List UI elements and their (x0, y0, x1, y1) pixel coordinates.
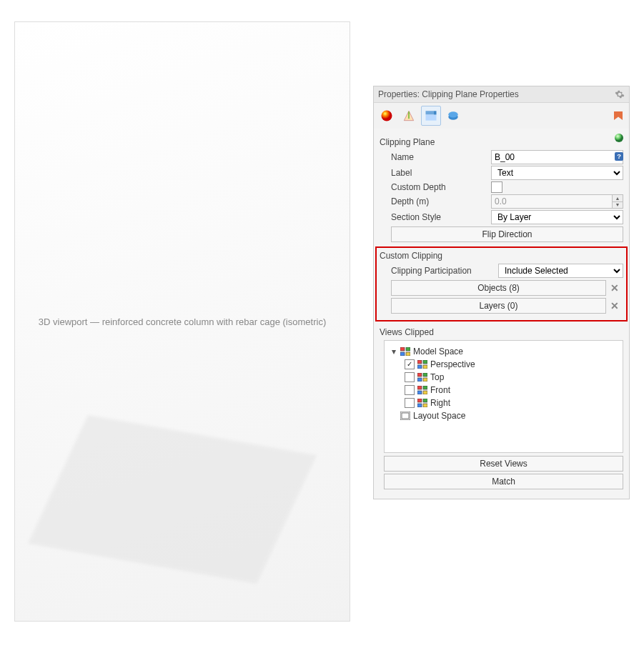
tab-clipping-plane-icon[interactable] (421, 106, 441, 126)
checkbox-custom-depth[interactable] (491, 181, 502, 193)
tree-row-front[interactable]: Front (387, 384, 620, 397)
svg-point-6 (615, 134, 623, 142)
viewport-icon (417, 360, 427, 369)
four-viewport-icon (400, 347, 410, 356)
svg-rect-26 (423, 399, 427, 402)
panel-body: Clipping Plane Name Label Text Custom De… (374, 129, 629, 499)
svg-rect-18 (423, 373, 427, 377)
svg-rect-1 (408, 111, 410, 119)
svg-rect-22 (423, 386, 427, 389)
row-clipping-participation: Clipping Participation Include Selected (380, 264, 623, 278)
tab-material-icon[interactable] (377, 106, 397, 126)
gear-icon[interactable] (615, 89, 625, 99)
label-depth: Depth (m) (391, 196, 491, 206)
layers-button[interactable]: Layers (0) (391, 298, 606, 314)
viewport: 3D viewport — reinforced concrete column… (0, 0, 372, 658)
row-custom-depth: Custom Depth (380, 181, 623, 193)
tree-label-perspective: Perspective (430, 359, 475, 369)
svg-rect-19 (417, 378, 422, 382)
svg-rect-23 (417, 391, 422, 394)
tree-row-model-space[interactable]: ▾ Model Space (387, 345, 620, 358)
select-label[interactable]: Text (491, 166, 623, 180)
custom-clipping-highlight: Custom Clipping Clipping Participation I… (375, 246, 628, 321)
row-label: Label Text (380, 166, 623, 180)
svg-rect-11 (400, 352, 405, 356)
input-name[interactable] (491, 150, 623, 164)
viewport-icon (417, 399, 427, 407)
svg-text:?: ? (617, 153, 621, 160)
svg-rect-14 (423, 360, 427, 364)
svg-point-0 (382, 111, 392, 121)
spinner-depth[interactable]: ▲ ▼ (491, 194, 623, 209)
viewport-model[interactable]: 3D viewport — reinforced concrete column… (14, 21, 350, 622)
panel-titlebar: Properties: Clipping Plane Properties (374, 86, 629, 103)
tab-decal-icon[interactable] (443, 106, 463, 126)
checkbox-perspective[interactable] (405, 359, 415, 369)
tree-label-front: Front (430, 385, 450, 395)
svg-point-5 (448, 111, 457, 117)
viewport-placeholder-text: 3D viewport — reinforced concrete column… (39, 316, 326, 327)
svg-rect-2 (426, 114, 437, 120)
spinner-up-icon[interactable]: ▲ (613, 195, 623, 202)
checkbox-right[interactable] (405, 398, 415, 408)
tree-row-right[interactable]: Right (387, 397, 620, 409)
checkbox-top[interactable] (405, 372, 415, 382)
svg-rect-20 (423, 378, 427, 382)
svg-rect-10 (406, 347, 410, 351)
svg-rect-13 (417, 360, 422, 364)
label-custom-depth: Custom Depth (391, 182, 491, 192)
tab-texture-icon[interactable] (399, 106, 419, 126)
panel-title: Properties: Clipping Plane Properties (378, 89, 519, 99)
svg-rect-24 (423, 391, 427, 394)
section-heading-views-clipped: Views Clipped (380, 327, 623, 337)
svg-rect-12 (406, 352, 410, 356)
svg-rect-16 (423, 365, 427, 369)
svg-rect-15 (417, 365, 422, 369)
tree-label-layout-space: Layout Space (413, 411, 465, 421)
objects-clear-icon[interactable]: ✕ (606, 280, 623, 296)
row-name: Name (380, 150, 623, 164)
svg-rect-17 (417, 373, 422, 377)
viewport-icon (417, 373, 427, 382)
layout-icon (400, 412, 410, 420)
spinner-down-icon[interactable]: ▼ (613, 202, 623, 209)
svg-rect-25 (417, 399, 422, 402)
tree-label-top: Top (430, 372, 444, 382)
views-tree: ▾ Model Space Perspective Top Front (384, 340, 623, 453)
layers-clear-icon[interactable]: ✕ (606, 298, 623, 314)
tree-collapse-icon[interactable]: ▾ (390, 348, 397, 355)
panel-tab-toolbar (374, 103, 629, 129)
input-depth[interactable] (492, 195, 612, 208)
tree-row-layout-space[interactable]: Layout Space (387, 409, 620, 422)
reset-views-button[interactable]: Reset Views (384, 456, 623, 472)
label-label: Label (391, 168, 491, 178)
label-clipping-participation: Clipping Participation (391, 266, 498, 276)
svg-rect-27 (417, 404, 422, 407)
section-heading-clipping-plane: Clipping Plane (380, 137, 623, 147)
toolbar-help-icon[interactable] (610, 108, 626, 124)
side-help-icon[interactable]: ? (612, 149, 626, 164)
match-button[interactable]: Match (384, 474, 623, 489)
tree-label-model-space: Model Space (413, 347, 463, 357)
svg-rect-9 (400, 347, 405, 351)
svg-rect-21 (417, 386, 422, 389)
tree-row-perspective[interactable]: Perspective (387, 358, 620, 371)
properties-panel: Properties: Clipping Plane Properties (373, 86, 630, 499)
panel-side-toolbar: ? (612, 131, 626, 164)
select-section-style[interactable]: By Layer (491, 210, 623, 224)
side-sphere-icon[interactable] (612, 131, 626, 145)
row-section-style: Section Style By Layer (380, 210, 623, 224)
svg-rect-28 (423, 404, 427, 407)
tree-label-right: Right (430, 398, 450, 408)
select-clipping-participation[interactable]: Include Selected (498, 264, 623, 278)
label-name: Name (391, 152, 491, 162)
tree-row-top[interactable]: Top (387, 371, 620, 384)
svg-rect-3 (434, 111, 436, 114)
label-section-style: Section Style (391, 212, 491, 222)
row-depth: Depth (m) ▲ ▼ (380, 194, 623, 209)
viewport-icon (417, 386, 427, 394)
flip-direction-button[interactable]: Flip Direction (391, 226, 623, 242)
objects-button[interactable]: Objects (8) (391, 280, 606, 296)
checkbox-front[interactable] (405, 385, 415, 395)
section-heading-custom-clipping: Custom Clipping (380, 251, 623, 261)
